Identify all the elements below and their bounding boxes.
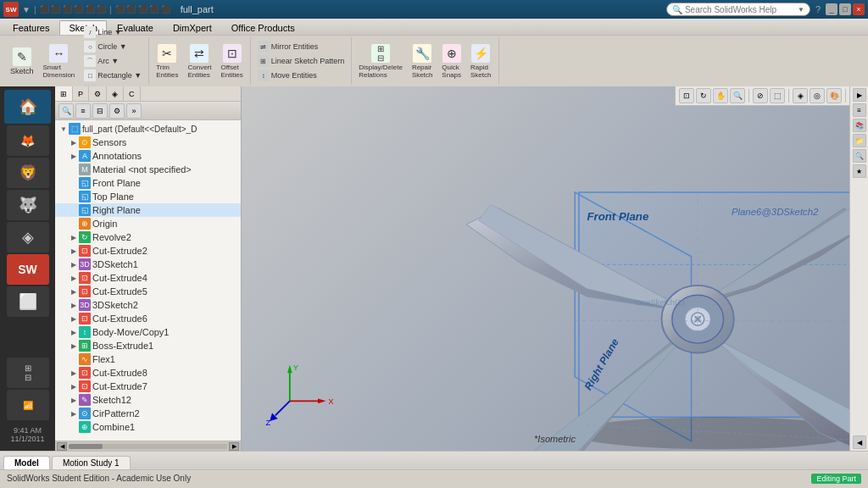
tree-root-item[interactable]: ▼ ⬚ full_part (Default<<Default>_D — [55, 122, 241, 136]
scroll-thumb[interactable] — [69, 444, 103, 449]
help-icon[interactable]: ? — [815, 4, 821, 14]
status-right: Editing Part — [811, 474, 861, 484]
tree-collapse-btn[interactable]: ⊟ — [92, 103, 108, 119]
tree-item-cut-extrude5[interactable]: ▶ ⊡ Cut-Extrude5 — [55, 285, 241, 298]
minimize-button[interactable]: _ — [826, 3, 837, 15]
rt-minimize-btn[interactable]: ◀ — [853, 435, 866, 449]
scroll-right-btn[interactable]: ▶ — [229, 442, 239, 451]
tree-item-cut-extrude2[interactable]: ▶ ⊡ Cut-Extrude2 — [55, 244, 241, 258]
tab-features[interactable]: Features — [3, 20, 58, 35]
tree-item-origin[interactable]: ▶ ⊕ Origin — [55, 217, 241, 230]
rt-view-palette-btn[interactable]: ▶ — [853, 88, 866, 102]
mirror-entities-button[interactable]: ⇌Mirror Entities — [254, 40, 348, 53]
ft-tab-config[interactable]: ⚙ — [89, 86, 107, 101]
tree-settings-btn[interactable]: ⚙ — [109, 103, 125, 119]
tab-office-products[interactable]: Office Products — [222, 20, 304, 35]
trim-entities-button[interactable]: ✂ TrimEntities — [153, 42, 181, 80]
rt-file-explorer-btn[interactable]: 📁 — [853, 134, 866, 147]
close-button[interactable]: × — [853, 3, 865, 15]
sidebar-icon-3[interactable]: 🐺 — [7, 190, 49, 220]
sidebar-icon-7[interactable]: 📶 — [7, 390, 49, 420]
origin-label: Origin — [92, 219, 117, 229]
tree-item-cut-extrude6[interactable]: ▶ ⊡ Cut-Extrude6 — [55, 312, 241, 325]
tree-item-sketch12[interactable]: ▶ ✎ Sketch12 — [55, 393, 241, 407]
tree-arrow-btn[interactable]: » — [126, 103, 142, 119]
maximize-button[interactable]: □ — [839, 3, 851, 15]
tree-item-cut-extrude8[interactable]: ▶ ⊡ Cut-Extrude8 — [55, 366, 241, 380]
feature-tree-tabs: ⊞ P ⚙ ◈ C — [55, 86, 241, 102]
tree-item-flex1[interactable]: ▶ ∿ Flex1 — [55, 352, 241, 366]
arc-button[interactable]: ⌒Arc ▼ — [81, 54, 145, 68]
tree-item-3dsketch1[interactable]: ▶ 3D 3DSketch1 — [55, 258, 241, 271]
statusbar: SolidWorks Student Edition - Academic Us… — [0, 469, 868, 486]
boss-extrude1-icon: ⊞ — [79, 340, 91, 352]
ft-tab-cam[interactable]: C — [124, 86, 141, 101]
3d-viewport[interactable]: ⊡ ↻ ✋ 🔍 ⊘ ⬚ ◈ ◎ 🎨 💡 — [242, 86, 868, 451]
sidebar-home-icon[interactable]: 🏠 — [4, 90, 51, 124]
svg-text:Plane6@3DSketch2: Plane6@3DSketch2 — [732, 207, 819, 217]
ribbon-group-relations: ⊞⊟ Display/DeleteRelations 🔧 RepairSketc… — [352, 37, 498, 85]
tab-motion-study[interactable]: Motion Study 1 — [52, 456, 131, 469]
scroll-left-btn[interactable]: ◀ — [57, 442, 67, 451]
top-plane-icon: ◱ — [79, 191, 91, 202]
tree-search-btn[interactable]: 🔍 — [58, 103, 74, 119]
ft-tab-feature[interactable]: ⊞ — [55, 86, 73, 101]
tab-dimxpert[interactable]: DimXpert — [164, 20, 221, 35]
tree-item-boss-extrude1[interactable]: ▶ ⊞ Boss-Extrude1 — [55, 339, 241, 352]
convert-entities-button[interactable]: ⇄ ConvertEntities — [184, 42, 214, 80]
sketch-button[interactable]: ✎ Sketch — [7, 46, 37, 77]
tree-item-sensors[interactable]: ▶ ⊙ Sensors — [55, 136, 241, 149]
revolve2-icon: ↻ — [79, 231, 91, 243]
sketch12-icon: ✎ — [79, 394, 91, 406]
rectangle-button[interactable]: □Rectangle ▼ — [81, 69, 145, 82]
tree-filter-btn[interactable]: ≡ — [75, 103, 91, 119]
search-icon: 🔍 — [672, 5, 682, 14]
window-controls[interactable]: _ □ × — [826, 3, 865, 15]
sidebar-icon-1[interactable]: 🦊 — [7, 125, 49, 156]
offset-entities-button[interactable]: ⊡ OffsetEntities — [218, 42, 247, 80]
tree-item-body-move[interactable]: ▶ ↕ Body-Move/Copy1 — [55, 325, 241, 339]
rt-favorites-btn[interactable]: ★ — [853, 164, 866, 178]
repair-sketch-button[interactable]: 🔧 RepairSketch — [409, 42, 436, 80]
tree-item-top-plane[interactable]: ▶ ◱ Top Plane — [55, 190, 241, 203]
tree-item-right-plane[interactable]: ▶ ◱ Right Plane — [55, 203, 241, 217]
move-entities-button[interactable]: ↕Move Entities — [254, 69, 348, 82]
status-left: SolidWorks Student Edition - Academic Us… — [7, 474, 191, 483]
display-delete-relations-button[interactable]: ⊞⊟ Display/DeleteRelations — [355, 42, 406, 80]
search-input[interactable] — [685, 5, 795, 14]
tree-item-revolve2[interactable]: ▶ ↻ Revolve2 — [55, 230, 241, 244]
tree-item-combine1[interactable]: ▶ ⊕ Combine1 — [55, 420, 241, 434]
tree-item-cut-extrude7[interactable]: ▶ ⊡ Cut-Extrude7 — [55, 380, 241, 393]
svg-text:Y: Y — [293, 363, 299, 372]
linear-sketch-pattern-button[interactable]: ⊞Linear Sketch Pattern — [254, 54, 348, 68]
ft-tab-property[interactable]: P — [73, 86, 89, 101]
search-dropdown-icon[interactable]: ▼ — [798, 6, 804, 14]
quick-snaps-button[interactable]: ⊕ QuickSnaps — [438, 42, 465, 80]
root-expander[interactable]: ▼ — [58, 124, 69, 134]
tree-item-material[interactable]: ▶ M Material <not specified> — [55, 163, 241, 176]
search-bar[interactable]: 🔍 ▼ — [666, 3, 810, 16]
smart-dimension-button[interactable]: ↔ SmartDimension — [40, 42, 79, 80]
sidebar-solidworks-icon[interactable]: SW — [7, 254, 49, 285]
sidebar-icon-5[interactable]: ⬜ — [7, 286, 49, 317]
sidebar-icon-6[interactable]: ⊞⊟ — [7, 358, 49, 388]
line-button[interactable]: /Line ▼ — [81, 25, 145, 39]
tree-item-3dsketch2[interactable]: ▶ 3D 3DSketch2 — [55, 298, 241, 312]
ft-tab-display[interactable]: ◈ — [107, 86, 124, 101]
origin-icon: ⊕ — [79, 218, 91, 230]
rt-task-pane-btn[interactable]: ≡ — [853, 103, 866, 117]
tree-item-annotations[interactable]: ▶ A Annotations — [55, 149, 241, 163]
sidebar-icon-4[interactable]: ◈ — [7, 222, 49, 252]
rt-design-library-btn[interactable]: 📚 — [853, 119, 866, 132]
circle-button[interactable]: ○Circle ▼ — [81, 40, 145, 53]
tree-item-cut-extrude4[interactable]: ▶ ⊡ Cut-Extrude4 — [55, 271, 241, 285]
scroll-track[interactable] — [69, 444, 227, 449]
rt-search-btn[interactable]: 🔍 — [853, 149, 866, 163]
tree-scrollbar[interactable]: ◀ ▶ — [55, 441, 241, 451]
main-area: 🏠 🦊 🦁 🐺 ◈ SW ⬜ ⊞⊟ 📶 9:41 AM 11/1/2011 ⊞ … — [0, 86, 868, 451]
tab-model[interactable]: Model — [3, 456, 50, 469]
sidebar-icon-2[interactable]: 🦁 — [7, 158, 49, 188]
rapid-sketch-button[interactable]: ⚡ RapidSketch — [467, 42, 494, 80]
tree-item-front-plane[interactable]: ▶ ◱ Front Plane — [55, 176, 241, 190]
tree-item-cirpattern2[interactable]: ▶ ⊙ CirPattern2 — [55, 407, 241, 420]
